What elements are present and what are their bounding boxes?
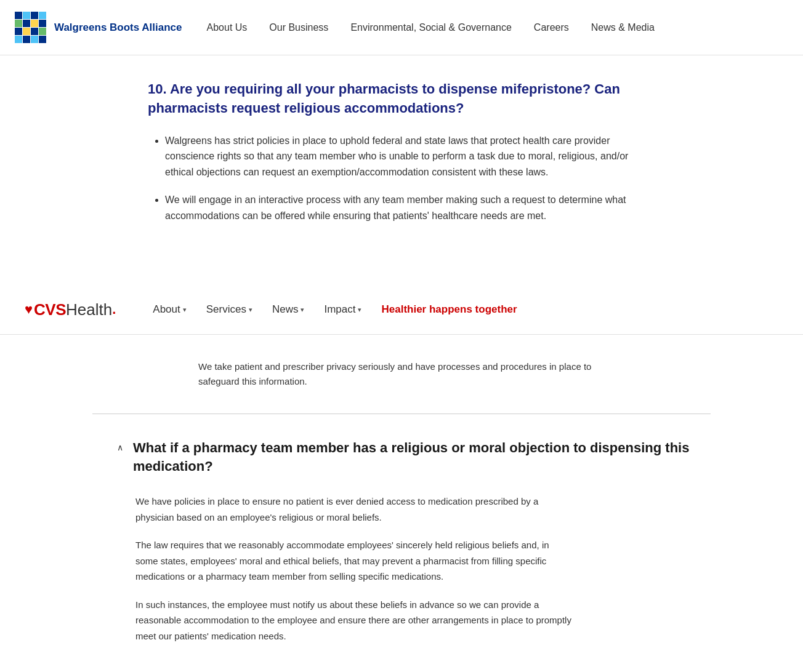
cvs-nav-about[interactable]: About ▾: [153, 303, 186, 316]
svg-rect-11: [39, 28, 46, 35]
cvs-text-health: Health: [66, 300, 112, 319]
cvs-privacy-section: We take patient and prescriber privacy s…: [92, 335, 711, 414]
cvs-accordion-body: We have policies in place to ensure no p…: [117, 494, 711, 644]
cvs-privacy-text: We take patient and prescriber privacy s…: [186, 359, 617, 389]
wba-content-section: 10. Are you requiring all your pharmacis…: [0, 55, 803, 273]
cvs-nav-impact-label: Impact: [324, 303, 355, 316]
svg-rect-4: [15, 20, 22, 27]
wba-logo-icon: [15, 12, 47, 44]
wba-nav-careers[interactable]: Careers: [534, 22, 569, 33]
cvs-nav-healthier[interactable]: Healthier happens together: [381, 303, 517, 316]
svg-rect-7: [39, 20, 46, 27]
svg-rect-3: [39, 12, 46, 19]
svg-rect-10: [31, 28, 38, 35]
cvs-news-chevron-icon: ▾: [301, 306, 304, 314]
cvs-accordion-title: What if a pharmacy team member has a rel…: [133, 439, 711, 477]
svg-rect-1: [23, 12, 30, 19]
svg-rect-6: [31, 20, 38, 27]
cvs-accordion-section: ∧ What if a pharmacy team member has a r…: [92, 414, 711, 672]
wba-navbar: Walgreens Boots Alliance About Us Our Bu…: [0, 0, 803, 55]
cvs-nav-news[interactable]: News ▾: [272, 303, 305, 316]
cvs-navbar: ♥ CVS Health . About ▾ Services ▾ News ▾…: [0, 286, 803, 335]
cvs-content-section: We take patient and prescriber privacy s…: [0, 335, 803, 672]
svg-rect-14: [31, 36, 38, 43]
wba-bullet-1: Walgreens has strict policies in place t…: [165, 133, 655, 180]
cvs-nav-about-label: About: [153, 303, 180, 316]
cvs-impact-chevron-icon: ▾: [358, 306, 361, 314]
cvs-accordion-para-2: The law requires that we reasonably acco…: [135, 537, 573, 585]
cvs-nav-services-label: Services: [206, 303, 246, 316]
svg-rect-15: [39, 36, 46, 43]
wba-nav-news-media[interactable]: News & Media: [591, 22, 655, 33]
svg-rect-9: [23, 28, 30, 35]
cvs-accordion-header[interactable]: ∧ What if a pharmacy team member has a r…: [117, 439, 711, 477]
wba-bullet-list: Walgreens has strict policies in place t…: [148, 133, 655, 224]
cvs-about-chevron-icon: ▾: [183, 306, 187, 314]
cvs-nav-services[interactable]: Services ▾: [206, 303, 252, 316]
cvs-nav-news-label: News: [272, 303, 299, 316]
accordion-chevron-up-icon: ∧: [117, 442, 123, 452]
cvs-logo: ♥ CVS Health .: [25, 300, 116, 319]
svg-rect-2: [31, 12, 38, 19]
cvs-text-cvs: CVS: [34, 300, 66, 319]
wba-nav-esg[interactable]: Environmental, Social & Governance: [350, 22, 511, 33]
svg-rect-0: [15, 12, 22, 19]
cvs-nav-impact[interactable]: Impact ▾: [324, 303, 361, 316]
wba-nav-about-us[interactable]: About Us: [207, 22, 248, 33]
cvs-nav-links: About ▾ Services ▾ News ▾ Impact ▾ Healt: [153, 303, 517, 316]
wba-bullet-2: We will engage in an interactive process…: [165, 192, 655, 223]
wba-logo-link[interactable]: Walgreens Boots Alliance: [15, 12, 182, 44]
wba-logo-text: Walgreens Boots Alliance: [54, 22, 182, 34]
svg-rect-12: [15, 36, 22, 43]
svg-rect-5: [23, 20, 30, 27]
cvs-heart-icon: ♥: [25, 302, 33, 318]
cvs-nav-healthier-label: Healthier happens together: [381, 303, 517, 316]
cvs-accordion-para-1: We have policies in place to ensure no p…: [135, 494, 573, 525]
svg-rect-13: [23, 36, 30, 43]
wba-question-title: 10. Are you requiring all your pharmacis…: [148, 80, 655, 118]
wba-nav-our-business[interactable]: Our Business: [269, 22, 328, 33]
wba-nav-links: About Us Our Business Environmental, Soc…: [207, 22, 655, 33]
cvs-text-dot: .: [112, 302, 116, 318]
cvs-accordion-para-3: In such instances, the employee must not…: [135, 597, 573, 644]
cvs-services-chevron-icon: ▾: [249, 306, 252, 314]
svg-rect-8: [15, 28, 22, 35]
